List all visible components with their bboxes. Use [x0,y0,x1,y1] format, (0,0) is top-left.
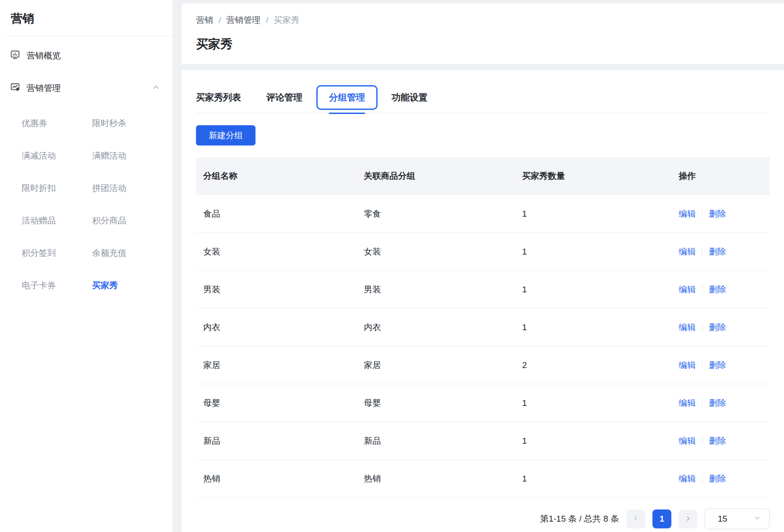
chevron-left-icon [632,515,639,523]
sidebar-item-marketing-manage[interactable]: 营销管理 [10,78,163,98]
cell-linked-category: 热销 [356,473,515,485]
cell-group-name: 内衣 [196,322,356,333]
sidebar-item-marketing-overview[interactable]: 营销概览 [10,46,163,66]
delete-link[interactable]: 删除 [709,209,726,218]
tab[interactable]: 功能设置 [392,86,428,109]
cell-linked-category: 母婴 [356,397,515,409]
page-size-select[interactable]: 15 [705,509,770,529]
groups-table: 分组名称 关联商品分组 买家秀数量 操作 食品 零食 1 编辑删除 [196,157,770,498]
pagination: 第1-15 条 / 总共 8 条 1 15 [196,498,770,532]
cell-linked-category: 家居 [356,359,515,371]
page-size-value: 15 [718,514,727,524]
chevron-up-icon[interactable] [152,83,160,94]
delete-link[interactable]: 删除 [709,323,726,332]
cell-actions: 编辑删除 [671,473,770,485]
delete-link[interactable]: 删除 [709,474,726,483]
sidebar-subitem[interactable]: 优惠券 [22,107,92,140]
chevron-down-icon [753,514,761,524]
sidebar-subitem[interactable]: 电子卡券 [22,269,92,302]
sidebar-item-label: 营销概览 [27,50,61,62]
breadcrumb-item[interactable]: 营销管理 [226,14,260,26]
sidebar-subitem[interactable]: 满减活动 [22,140,92,172]
cell-group-name: 家居 [196,359,356,371]
edit-link[interactable]: 编辑 [679,436,696,446]
table-row: 家居 家居 2 编辑删除 [196,346,770,384]
tab[interactable]: 评论管理 [266,86,302,109]
chart-gear-icon [10,82,20,95]
sidebar-item-label: 营销管理 [27,82,61,94]
sidebar-title: 营销 [10,7,163,36]
cell-actions: 编辑删除 [671,435,770,447]
edit-link[interactable]: 编辑 [679,285,696,294]
cell-linked-category: 女装 [356,246,515,258]
table-row: 母婴 母婴 1 编辑删除 [196,384,770,422]
edit-link[interactable]: 编辑 [679,247,696,256]
page-title: 买家秀 [196,36,770,52]
delete-link[interactable]: 删除 [709,285,726,294]
cell-show-count: 1 [515,398,672,408]
table-row: 热销 热销 1 编辑删除 [196,460,770,498]
cell-actions: 编辑删除 [671,359,770,371]
sidebar-subitem[interactable]: 积分商品 [92,205,163,237]
sidebar-subitem[interactable]: 限时折扣 [22,172,92,205]
action-divider [702,209,702,218]
sidebar-subitem[interactable]: 积分签到 [22,237,92,269]
breadcrumb-item[interactable]: 买家秀 [274,14,300,26]
breadcrumb-separator: / [266,15,268,25]
main-area: 营销 / 营销管理 / 买家秀 / 买家秀 买家秀列表 评论管理 分组管理 功能… [173,0,784,532]
delete-link[interactable]: 删除 [709,247,726,256]
column-header-actions: 操作 [671,170,770,182]
cell-group-name: 热销 [196,473,356,485]
table-row: 食品 零食 1 编辑删除 [196,195,770,233]
cell-group-name: 食品 [196,208,356,220]
sidebar-subitem[interactable]: 拼团活动 [92,172,163,205]
action-divider [702,398,702,407]
column-header-group-name: 分组名称 [196,170,356,182]
cell-group-name: 男装 [196,284,356,296]
action-divider [702,360,702,369]
delete-link[interactable]: 删除 [709,398,726,408]
tab[interactable]: 分组管理 [316,85,378,110]
cell-show-count: 2 [515,360,672,370]
sidebar-divider [5,36,173,36]
cell-actions: 编辑删除 [671,284,770,296]
cell-actions: 编辑删除 [671,208,770,220]
chevron-right-icon [684,515,692,523]
sidebar-subitem[interactable]: 活动赠品 [22,205,92,237]
sidebar-subitem[interactable]: 余额充值 [92,237,163,269]
cell-linked-category: 内衣 [356,322,515,333]
tab-bar: 买家秀列表 评论管理 分组管理 功能设置 [196,82,770,114]
column-header-show-count: 买家秀数量 [515,170,672,182]
cell-show-count: 1 [515,285,672,295]
breadcrumb-item[interactable]: 营销 [196,14,213,26]
delete-link[interactable]: 删除 [709,360,726,370]
current-page-button[interactable]: 1 [652,509,671,528]
cell-linked-category: 男装 [356,284,515,296]
edit-link[interactable]: 编辑 [679,360,696,370]
breadcrumb: 营销 / 营销管理 / 买家秀 / [196,14,770,26]
action-divider [702,285,702,294]
dashboard-chart-icon [10,50,20,62]
edit-link[interactable]: 编辑 [679,398,696,408]
sidebar-subitem[interactable]: 限时秒杀 [92,107,163,140]
cell-show-count: 1 [515,474,672,484]
delete-link[interactable]: 删除 [709,436,726,446]
edit-link[interactable]: 编辑 [679,323,696,332]
table-header-row: 分组名称 关联商品分组 买家秀数量 操作 [196,157,770,195]
cell-actions: 编辑删除 [671,397,770,409]
action-divider [702,247,702,256]
sidebar-subitem[interactable]: 买家秀 [92,269,163,302]
action-divider [702,323,702,332]
next-page-button[interactable] [679,509,697,528]
cell-show-count: 1 [515,436,672,446]
cell-show-count: 1 [515,247,672,257]
sidebar-subitem[interactable]: 满赠活动 [92,140,163,172]
edit-link[interactable]: 编辑 [679,209,696,218]
prev-page-button[interactable] [626,509,645,528]
tab[interactable]: 买家秀列表 [196,86,241,109]
cell-actions: 编辑删除 [671,246,770,258]
edit-link[interactable]: 编辑 [679,474,696,483]
new-group-button[interactable]: 新建分组 [196,125,255,146]
action-divider [702,436,702,445]
action-divider [702,474,702,483]
